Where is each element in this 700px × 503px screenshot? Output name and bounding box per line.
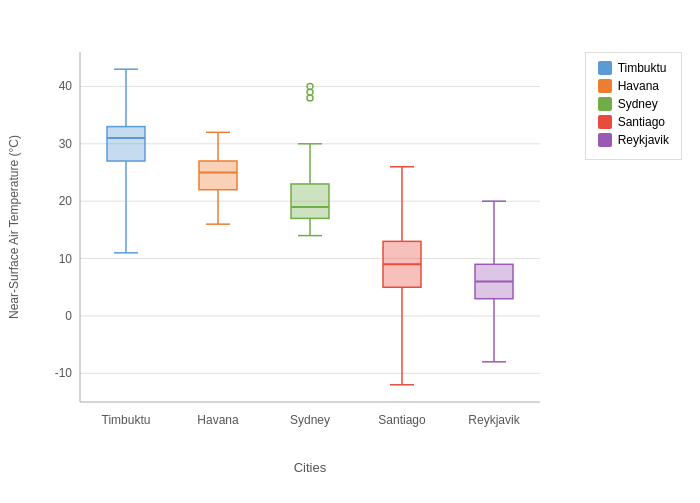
svg-text:Havana: Havana bbox=[197, 413, 239, 427]
svg-text:20: 20 bbox=[59, 194, 73, 208]
legend-item: Havana bbox=[598, 79, 669, 93]
legend-item: Timbuktu bbox=[598, 61, 669, 75]
svg-rect-20 bbox=[107, 127, 145, 161]
legend-item: Sydney bbox=[598, 97, 669, 111]
legend-label: Timbuktu bbox=[618, 61, 667, 75]
legend-color bbox=[598, 97, 612, 111]
svg-text:40: 40 bbox=[59, 79, 73, 93]
legend: Timbuktu Havana Sydney Santiago Reykjavi… bbox=[585, 52, 682, 160]
legend-color bbox=[598, 79, 612, 93]
svg-text:Cities: Cities bbox=[294, 460, 327, 475]
legend-label: Santiago bbox=[618, 115, 665, 129]
chart-container: -10010203040Near-Surface Air Temperature… bbox=[0, 22, 700, 482]
legend-label: Sydney bbox=[618, 97, 658, 111]
svg-text:30: 30 bbox=[59, 137, 73, 151]
legend-item: Reykjavik bbox=[598, 133, 669, 147]
svg-text:Santiago: Santiago bbox=[378, 413, 426, 427]
legend-color bbox=[598, 115, 612, 129]
svg-text:-10: -10 bbox=[55, 366, 73, 380]
svg-rect-34 bbox=[291, 184, 329, 218]
legend-label: Havana bbox=[618, 79, 659, 93]
svg-text:Reykjavik: Reykjavik bbox=[468, 413, 520, 427]
svg-text:0: 0 bbox=[65, 309, 72, 323]
legend-item: Santiago bbox=[598, 115, 669, 129]
legend-color bbox=[598, 133, 612, 147]
svg-text:10: 10 bbox=[59, 252, 73, 266]
legend-color bbox=[598, 61, 612, 75]
svg-text:Timbuktu: Timbuktu bbox=[102, 413, 151, 427]
legend-label: Reykjavik bbox=[618, 133, 669, 147]
page-title bbox=[0, 0, 700, 18]
svg-text:Sydney: Sydney bbox=[290, 413, 330, 427]
svg-rect-27 bbox=[199, 161, 237, 190]
svg-text:Near-Surface Air Temperature (: Near-Surface Air Temperature (°C) bbox=[7, 135, 21, 319]
